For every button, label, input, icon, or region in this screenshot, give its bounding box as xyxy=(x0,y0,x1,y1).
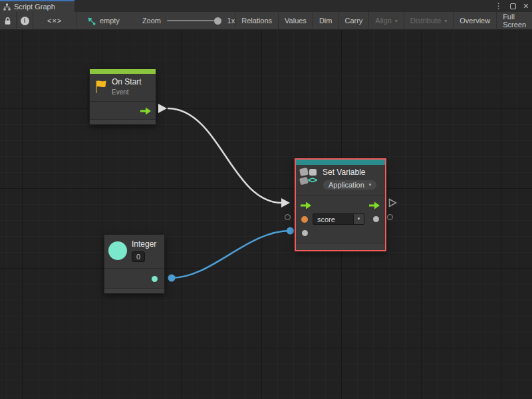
info-icon: i xyxy=(21,17,29,25)
close-icon[interactable]: × xyxy=(523,1,529,11)
tab-bar: Script Graph ⋮ × xyxy=(0,0,532,12)
chevron-down-icon: ▾ xyxy=(358,216,360,221)
chevron-down-icon: ▾ xyxy=(369,182,372,188)
graph-toolbar: i <×> empty Zoom 1x Relations Values xyxy=(0,12,532,30)
values-button[interactable]: Values xyxy=(278,12,313,30)
node-title: On Start xyxy=(112,78,142,87)
zoom-value: 1x xyxy=(227,17,235,25)
connected-control-indicator-on-start[interactable] xyxy=(158,104,167,113)
integer-port-row xyxy=(104,268,164,288)
control-connection-wire[interactable] xyxy=(168,108,282,203)
node-integer[interactable]: Integer 0 xyxy=(104,234,165,294)
value-wire-end-dot[interactable] xyxy=(287,227,294,235)
node-footer xyxy=(296,243,385,250)
graph-canvas[interactable]: On Start Event <> xyxy=(0,30,532,399)
set-variable-header: <> Set Variable Application ▾ xyxy=(296,165,385,195)
new-value-row xyxy=(296,226,385,240)
selection-label: empty xyxy=(100,17,120,25)
node-footer xyxy=(90,119,156,124)
flag-icon xyxy=(94,79,107,94)
integer-output-port[interactable] xyxy=(152,276,158,282)
carry-button[interactable]: Carry xyxy=(338,12,368,30)
toolbar-button-group: Relations Values Dim Carry Align ▾ Distr… xyxy=(235,12,532,30)
variable-name-value: score xyxy=(313,214,353,224)
value-output-port[interactable] xyxy=(373,216,379,222)
connections-layer xyxy=(0,30,532,399)
control-input-port-icon[interactable] xyxy=(301,201,312,209)
lock-button[interactable] xyxy=(0,12,16,30)
variable-name-row: score ▾ xyxy=(296,212,385,226)
control-output-port-icon[interactable] xyxy=(369,201,380,209)
variable-scope-dropdown[interactable]: Application ▾ xyxy=(323,180,377,190)
variable-name-dropdown-button[interactable]: ▾ xyxy=(353,214,364,224)
integer-value-field[interactable]: 0 xyxy=(132,251,145,262)
dim-button[interactable]: Dim xyxy=(313,12,338,30)
align-button[interactable]: Align ▾ xyxy=(368,12,403,30)
control-port-row xyxy=(296,198,385,212)
graph-pointer-icon xyxy=(87,17,96,25)
full-screen-button[interactable]: Full Screen xyxy=(496,12,532,30)
zoom-label: Zoom xyxy=(142,17,161,25)
on-start-header: On Start Event xyxy=(90,74,156,101)
integer-value: 0 xyxy=(136,253,140,261)
distribute-button[interactable]: Distribute ▾ xyxy=(404,12,453,30)
node-title: Integer xyxy=(132,240,156,249)
code-preview-toggle[interactable]: <×> xyxy=(33,12,76,30)
code-toggle-icon: <×> xyxy=(47,17,62,25)
zoom-slider[interactable] xyxy=(167,20,221,21)
value-wire-start-dot[interactable] xyxy=(168,275,176,282)
set-variable-header-bar xyxy=(296,160,385,165)
kebab-menu-icon[interactable]: ⋮ xyxy=(495,1,503,11)
on-start-port-row xyxy=(90,101,156,119)
window-controls: ⋮ × xyxy=(495,0,529,12)
zoom-slider-handle[interactable] xyxy=(214,17,221,25)
graph-hierarchy-icon xyxy=(3,3,11,11)
value-input-port[interactable] xyxy=(302,230,308,236)
script-graph-window: Script Graph ⋮ × i <×> xyxy=(0,0,532,399)
integer-type-icon xyxy=(108,241,127,260)
node-set-variable[interactable]: <> Set Variable Application ▾ xyxy=(296,160,385,250)
unconnected-control-output-indicator[interactable] xyxy=(388,198,397,207)
control-output-port-icon[interactable] xyxy=(140,107,152,115)
unconnected-value-output-indicator[interactable] xyxy=(387,214,393,220)
chevron-down-icon: ▾ xyxy=(395,18,398,24)
toolbar-separator xyxy=(76,12,76,30)
selection-indicator: empty xyxy=(87,12,120,30)
unconnected-value-input-indicator[interactable] xyxy=(285,214,291,220)
node-on-start[interactable]: On Start Event xyxy=(89,68,156,125)
variables-icon: <> xyxy=(300,168,318,186)
overview-button[interactable]: Overview xyxy=(453,12,496,30)
value-connection-wire[interactable] xyxy=(172,231,290,278)
selection-highlight: <> Set Variable Application ▾ xyxy=(295,158,386,251)
info-button[interactable]: i xyxy=(17,12,33,30)
set-variable-ports: score ▾ xyxy=(296,195,385,243)
relations-button[interactable]: Relations xyxy=(235,12,278,30)
on-start-header-bar xyxy=(90,69,156,74)
node-footer xyxy=(104,288,164,293)
node-title: Set Variable xyxy=(323,168,377,178)
variable-name-field[interactable]: score ▾ xyxy=(313,213,364,225)
lock-icon xyxy=(4,17,11,25)
chevron-down-icon: ▾ xyxy=(444,18,447,24)
tab-script-graph[interactable]: Script Graph xyxy=(0,0,74,12)
tab-title: Script Graph xyxy=(14,3,55,11)
maximize-icon[interactable] xyxy=(510,3,516,9)
variable-name-input-port[interactable] xyxy=(301,216,308,223)
integer-header: Integer 0 xyxy=(104,235,164,268)
node-subtitle: Event xyxy=(112,88,142,96)
connected-control-indicator-set-variable[interactable] xyxy=(281,198,290,207)
code-brackets-icon: <> xyxy=(308,176,317,184)
